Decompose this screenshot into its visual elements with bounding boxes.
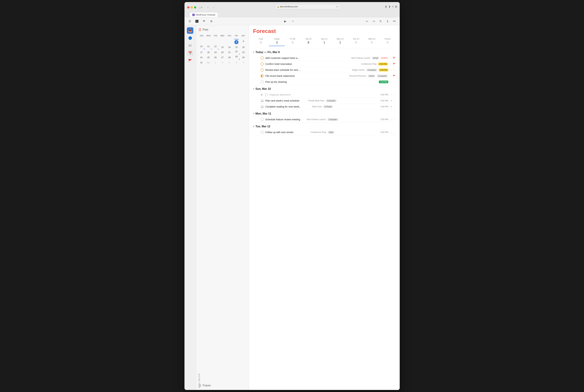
cal-cell-31[interactable]: 31: [199, 60, 204, 65]
view-button[interactable]: 👁: [202, 18, 207, 24]
task-circle-8[interactable]: [261, 105, 264, 108]
task-note-icon[interactable]: □: [390, 93, 393, 96]
cal-cell-13[interactable]: 13: [220, 45, 225, 50]
day-col-fri09[interactable]: Fri 09 0: [285, 36, 301, 46]
task-flag-4[interactable]: 🚩: [393, 75, 396, 77]
section-header-tue12[interactable]: ▾ Tue, Mar 12: [253, 122, 396, 129]
task-row[interactable]: Follow up with new vendor Conference Pre…: [253, 129, 396, 135]
task-note-icon[interactable]: ■: [390, 105, 393, 108]
task-circle-7[interactable]: [261, 99, 264, 102]
task-row[interactable]: Complete reading for next week... Book C…: [253, 104, 396, 110]
tabs-icon[interactable]: ⧉: [395, 5, 397, 8]
cal-cell-apr5[interactable]: 5: [234, 60, 239, 65]
sidebar-toggle[interactable]: ⬜▾: [198, 6, 202, 9]
address-bar[interactable]: 🔒 test.omnifocus.com ↻: [275, 4, 340, 9]
perspective-button[interactable]: ⚙: [209, 18, 214, 24]
cal-cell-19[interactable]: 19: [213, 50, 218, 55]
task-note-icon[interactable]: ■: [390, 99, 393, 102]
browser-tab[interactable]: OmniFocus: Forecast: [190, 13, 218, 17]
cal-cell-12[interactable]: 12 1: [212, 45, 219, 50]
cal-cell-16[interactable]: 16: [241, 45, 246, 50]
download-icon[interactable]: ⬇: [385, 5, 387, 8]
cal-cell-apr2[interactable]: 2: [213, 60, 218, 65]
task-tag-computer3[interactable]: Computer: [326, 99, 337, 102]
task-circle-10[interactable]: [261, 131, 264, 134]
cal-cell-27[interactable]: 27: [220, 55, 225, 60]
cal-cell-21[interactable]: 21: [227, 50, 232, 55]
task-note-icon[interactable]: □: [390, 80, 393, 83]
task-row[interactable]: File recent bank statements Personal Fin…: [253, 73, 396, 79]
task-circle-2[interactable]: [261, 62, 264, 66]
sidebar-item-flagged[interactable]: 🚩: [187, 57, 193, 64]
task-row[interactable]: Plan next week's meal schedule Family Me…: [253, 98, 396, 104]
day-col-wed14[interactable]: Wed 14 0: [364, 36, 380, 46]
task-circle-1[interactable]: [261, 56, 264, 60]
day-col-today[interactable]: Today 3: [269, 36, 285, 46]
task-circle-4[interactable]: [261, 74, 264, 78]
task-row[interactable]: ▶ Organize Basement 3:00 PM □ 🏳: [253, 92, 396, 98]
task-flag-1[interactable]: 🚩: [393, 57, 396, 60]
task-flag-10[interactable]: 🏳: [393, 131, 396, 134]
day-col-sat10[interactable]: Sat 10 8: [301, 36, 317, 46]
task-flag-9[interactable]: 🏳: [393, 118, 396, 121]
present-button[interactable]: ▶: [283, 18, 288, 24]
cal-cell-26[interactable]: 26: [213, 55, 218, 60]
reload-icon[interactable]: ↻: [336, 6, 338, 8]
task-tag-calls[interactable]: Calls: [328, 131, 334, 134]
close-button[interactable]: [187, 6, 189, 8]
cal-cell-apr6[interactable]: 6: [241, 60, 246, 65]
section-header-today[interactable]: ▾ Today — Fri, Mar 8: [253, 48, 396, 55]
sidebar-item-tags[interactable]: 🏷: [187, 42, 193, 49]
cal-cell-10[interactable]: 10 8: [198, 45, 205, 50]
task-note-icon[interactable]: □: [389, 57, 392, 60]
task-flag-8[interactable]: 🏳: [393, 106, 396, 108]
cal-cell-28[interactable]: 28: [227, 55, 232, 60]
task-row[interactable]: Confirm hotel reservation Conference Pre…: [253, 61, 396, 67]
cal-cell-23[interactable]: 23: [241, 50, 246, 55]
minimize-button[interactable]: [191, 6, 193, 8]
task-row[interactable]: Schedule feature review meeting New Feat…: [253, 116, 396, 122]
task-tag-computer4[interactable]: Computer: [328, 118, 338, 121]
cal-cell-18[interactable]: 18: [206, 50, 211, 55]
task-note-icon[interactable]: □: [390, 131, 393, 134]
new-tab-icon[interactable]: +: [392, 5, 394, 8]
task-tag-computer[interactable]: Computer: [366, 68, 377, 71]
maximize-button[interactable]: [194, 6, 196, 8]
day-col-mon12[interactable]: Mon 12 1: [332, 36, 348, 46]
task-row[interactable]: Pick up dry cleaning 7:00 PM □ 🏳: [253, 79, 396, 85]
task-circle-3[interactable]: [261, 68, 264, 72]
section-header-sun10[interactable]: ▾ Sun, Mar 10: [253, 85, 396, 92]
cal-cell-15[interactable]: 15: [234, 45, 239, 50]
task-tag-email[interactable]: Email: [372, 57, 379, 60]
cal-cell-apr3[interactable]: 3: [220, 60, 225, 65]
sync-button[interactable]: ↻: [378, 18, 383, 24]
redo-button[interactable]: ↪: [371, 18, 377, 24]
task-expand-btn[interactable]: ▶: [261, 94, 263, 96]
task-flag-7[interactable]: 🏳: [393, 100, 396, 102]
cal-cell-30[interactable]: 30: [241, 55, 246, 60]
task-flag-6[interactable]: 🏳: [393, 94, 396, 96]
day-col-past[interactable]: Past 0: [253, 36, 269, 46]
cal-cell-17[interactable]: 17: [199, 50, 204, 55]
add-task-button[interactable]: +: [290, 18, 296, 24]
day-col-sun11[interactable]: Sun 11 1: [316, 36, 332, 46]
cal-cell-29[interactable]: 29 8: [233, 55, 240, 60]
cal-cell-14[interactable]: 14: [227, 45, 232, 50]
task-tag-to-read[interactable]: To Read: [323, 105, 333, 108]
info-button[interactable]: ℹ: [385, 18, 390, 24]
sidebar-button[interactable]: ⬛: [194, 18, 199, 24]
sidebar-item-projects[interactable]: 🔵: [187, 35, 193, 41]
cal-cell-9[interactable]: 9: [241, 39, 246, 44]
back-button[interactable]: ‹: [206, 5, 210, 10]
task-circle-5[interactable]: [261, 80, 264, 84]
task-note-icon[interactable]: □: [390, 118, 393, 121]
undo-button[interactable]: ↩: [365, 18, 370, 24]
cal-cell-apr[interactable]: Apr: [206, 60, 211, 65]
day-col-future[interactable]: Future 0: [380, 36, 396, 46]
task-tag-home[interactable]: Home: [368, 74, 375, 77]
more-button[interactable]: •••: [392, 18, 397, 24]
task-row[interactable]: Alert customer support team a... New Fea…: [253, 55, 396, 61]
day-col-tue13[interactable]: Tue 13 0: [348, 36, 364, 46]
cal-cell-apr4[interactable]: 4: [227, 60, 232, 65]
task-flag-3[interactable]: 🏳: [393, 69, 396, 71]
